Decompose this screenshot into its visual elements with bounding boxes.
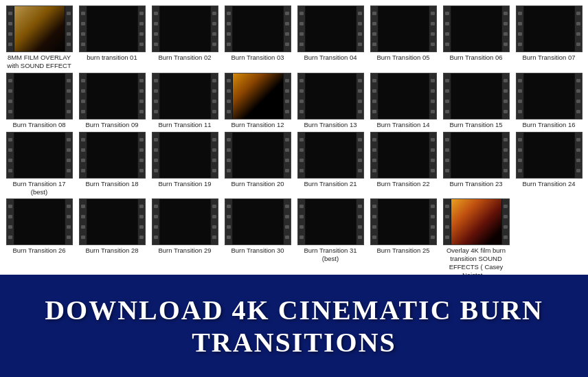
sprockets-right — [211, 133, 218, 178]
grid-item[interactable]: Overlay 4K film burn transition SOUND EF… — [441, 198, 511, 275]
sprockets-right — [65, 199, 72, 244]
thumb-content — [524, 133, 574, 178]
grid-item[interactable]: 8MM FILM OVERLAY with SOUND EFFECT — [4, 5, 74, 70]
sprockets-left — [517, 6, 523, 52]
banner-title: Download 4k Cinematic Burn Transitions — [0, 294, 588, 358]
item-label: 8MM FILM OVERLAY with SOUND EFFECT — [6, 54, 73, 70]
sprockets-right — [357, 6, 363, 52]
item-label: Overlay 4K film burn transition SOUND EF… — [443, 247, 510, 275]
grid-item[interactable]: Burn Transition 26 — [4, 198, 74, 275]
sprockets-left — [152, 199, 159, 244]
grid-item[interactable]: Burn Transition 21 — [295, 132, 365, 196]
grid-item[interactable]: Burn Transition 04 — [295, 5, 365, 70]
thumbnail — [79, 132, 146, 179]
sprockets-right — [284, 199, 291, 244]
sprockets-right — [502, 73, 509, 119]
thumbnail — [225, 198, 291, 245]
sprockets-right — [357, 133, 363, 178]
grid-item[interactable]: Burn Transition 11 — [150, 73, 220, 129]
grid-item[interactable]: Burn Transition 15 — [441, 73, 511, 129]
thumbnail — [516, 5, 583, 52]
grid-item[interactable]: Burn Transition 09 — [77, 73, 147, 129]
item-label: Burn Transition 05 — [376, 54, 429, 62]
item-label: Burn Transition 18 — [85, 180, 138, 188]
sprockets-left — [7, 6, 14, 52]
thumbnail — [443, 132, 510, 179]
grid-item[interactable]: Burn Transition 14 — [368, 73, 438, 129]
thumb-content — [233, 6, 283, 52]
grid-item[interactable]: burn transition 01 — [77, 5, 147, 70]
item-label: Burn Transition 31 (best) — [297, 247, 364, 263]
banner[interactable]: Download 4k Cinematic Burn Transitions — [0, 275, 588, 377]
item-label: Burn Transition 24 — [522, 180, 575, 188]
item-label: Burn Transition 03 — [231, 54, 284, 62]
thumbnail — [370, 132, 437, 179]
grid-item[interactable]: Burn Transition 13 — [295, 73, 365, 129]
sprockets-right — [284, 133, 291, 178]
grid-item[interactable]: Burn Transition 16 — [514, 73, 584, 129]
grid-item[interactable]: Burn Transition 29 — [150, 198, 220, 275]
grid-item[interactable]: Burn Transition 12 — [223, 73, 293, 129]
sprockets-right — [575, 133, 582, 178]
grid-item[interactable]: Burn Transition 24 — [514, 132, 584, 196]
grid-item[interactable]: Burn Transition 25 — [368, 198, 438, 275]
gallery-section: 8MM FILM OVERLAY with SOUND EFFECT burn … — [0, 0, 588, 275]
thumbnail — [152, 198, 218, 245]
grid-item[interactable]: Burn Transition 08 — [4, 73, 74, 129]
grid-item[interactable]: Burn Transition 05 — [368, 5, 438, 70]
grid-item[interactable]: Burn Transition 02 — [150, 5, 220, 70]
item-label: Burn Transition 09 — [85, 121, 138, 129]
sprockets-left — [298, 6, 305, 52]
thumb-content — [451, 133, 501, 178]
sprockets-left — [80, 6, 87, 52]
thumbnail — [6, 73, 73, 119]
grid-item[interactable]: Burn Transition 31 (best) — [295, 198, 365, 275]
video-grid: 8MM FILM OVERLAY with SOUND EFFECT burn … — [4, 5, 584, 275]
sprockets-left — [371, 73, 378, 119]
thumb-content — [306, 199, 356, 244]
grid-item[interactable]: Burn Transition 30 — [223, 198, 293, 275]
item-label: Burn Transition 13 — [304, 121, 357, 129]
grid-item[interactable]: Burn Transition 22 — [368, 132, 438, 196]
sprockets-left — [225, 133, 232, 178]
item-label: Burn Transition 26 — [12, 247, 65, 255]
sprockets-left — [371, 6, 378, 52]
item-label: Burn Transition 28 — [85, 247, 138, 255]
grid-item[interactable]: Burn Transition 17 (best) — [4, 132, 74, 196]
grid-item[interactable]: Burn Transition 19 — [150, 132, 220, 196]
sprockets-left — [152, 6, 159, 52]
thumbnail — [516, 73, 583, 119]
thumbnail — [297, 73, 364, 119]
sprockets-left — [152, 73, 159, 119]
sprockets-left — [80, 73, 87, 119]
thumb-content — [160, 73, 210, 119]
sprockets-right — [138, 199, 145, 244]
thumbnail — [152, 132, 218, 179]
item-label: Burn Transition 12 — [231, 121, 284, 129]
item-label: Burn Transition 08 — [12, 121, 65, 129]
grid-item[interactable]: Burn Transition 20 — [223, 132, 293, 196]
thumb-content — [378, 133, 429, 178]
grid-item[interactable]: Burn Transition 03 — [223, 5, 293, 70]
grid-item[interactable]: Burn Transition 06 — [441, 5, 511, 70]
thumbnail — [79, 5, 146, 52]
grid-item[interactable]: Burn Transition 07 — [514, 5, 584, 70]
sprockets-left — [225, 199, 232, 244]
item-label: Burn Transition 23 — [449, 180, 502, 188]
sprockets-right — [138, 73, 145, 119]
item-label: Burn Transition 14 — [376, 121, 429, 129]
sprockets-right — [284, 6, 291, 52]
item-label: Burn Transition 02 — [158, 54, 211, 62]
sprockets-right — [575, 6, 582, 52]
sprockets-left — [225, 73, 232, 119]
thumb-content — [14, 6, 65, 52]
sprockets-right — [65, 6, 72, 52]
thumb-content — [14, 133, 65, 178]
sprockets-right — [429, 199, 436, 244]
thumb-content — [14, 73, 65, 119]
thumbnail — [225, 5, 291, 52]
thumb-content — [306, 133, 356, 178]
grid-item[interactable]: Burn Transition 18 — [77, 132, 147, 196]
grid-item[interactable]: Burn Transition 23 — [441, 132, 511, 196]
grid-item[interactable]: Burn Transition 28 — [77, 198, 147, 275]
